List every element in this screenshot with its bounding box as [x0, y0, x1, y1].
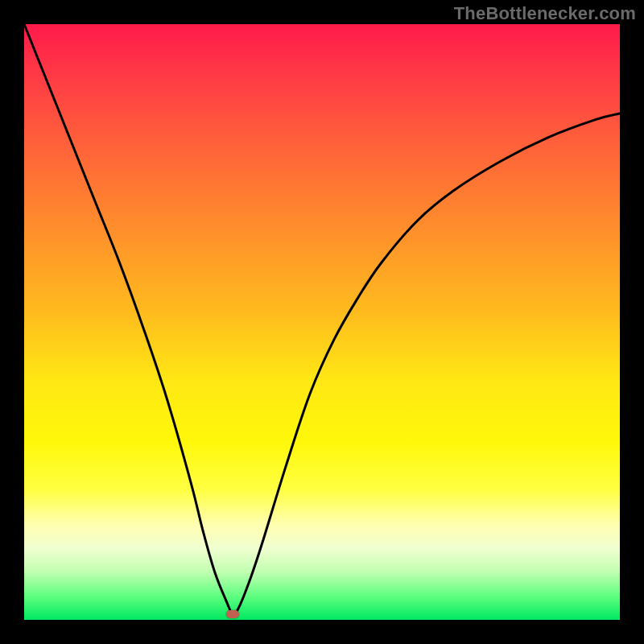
watermark-text: TheBottlenecker.com [454, 3, 636, 24]
chart-frame: TheBottlenecker.com [0, 0, 644, 644]
optimal-point-marker [226, 610, 239, 618]
plot-area [24, 24, 620, 620]
curve-svg [24, 24, 620, 620]
